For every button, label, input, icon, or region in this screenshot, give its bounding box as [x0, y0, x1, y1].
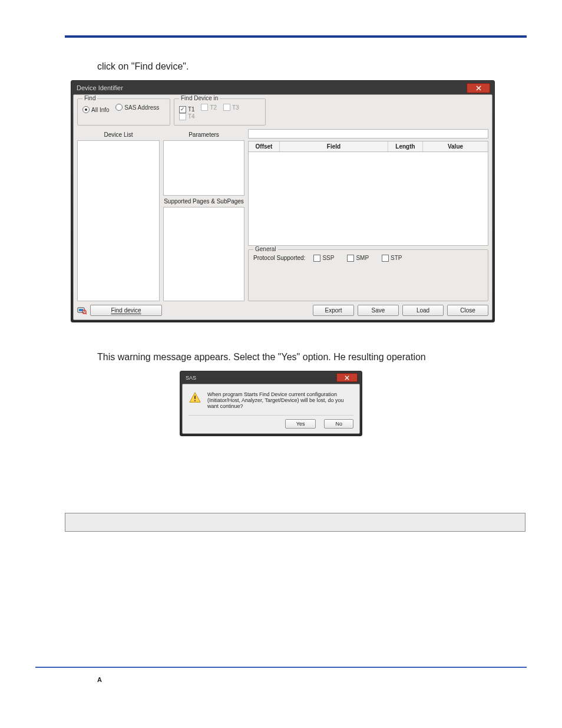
checkbox-t3-label: T3 — [232, 104, 239, 111]
checkbox-ssp-label: SSP — [322, 255, 334, 261]
supported-pages-box[interactable] — [163, 207, 244, 301]
checkbox-t4-label: T4 — [188, 113, 195, 120]
page-bottom-rule — [35, 667, 527, 668]
parameters-box[interactable] — [163, 140, 244, 196]
protocol-supported-label: Protocol Supported: — [253, 255, 305, 261]
parameters-header: Parameters — [163, 129, 244, 140]
checkbox-stp-label: STP — [391, 255, 402, 261]
find-device-in-groupbox: Find Device in ✓T1 T2 T3 T4 — [174, 98, 266, 126]
general-group-label: General — [253, 246, 278, 252]
general-groupbox: General Protocol Supported: SSP SMP STP — [248, 249, 488, 301]
checkbox-t4: T4 — [179, 113, 195, 120]
page-footer-letter: A — [97, 676, 102, 683]
data-table-body[interactable] — [248, 152, 488, 246]
data-table-header: Offset Field Length Value — [248, 141, 488, 152]
load-button[interactable]: Load — [402, 305, 444, 316]
close-button[interactable]: Close — [447, 305, 488, 316]
instruction-text-1: click on "Find device". — [97, 61, 527, 72]
radio-sas-address[interactable]: SAS Address — [115, 104, 159, 111]
device-list-header: Device List — [77, 129, 160, 140]
checkbox-stp[interactable]: STP — [382, 255, 402, 262]
warning-titlebar: SAS — [182, 373, 360, 384]
checkbox-t1[interactable]: ✓T1 — [179, 106, 195, 113]
col-field: Field — [280, 141, 388, 151]
col-offset: Offset — [249, 141, 280, 151]
warning-title: SAS — [186, 375, 196, 381]
svg-line-3 — [85, 313, 87, 314]
supported-pages-header: Supported Pages & SubPages — [163, 196, 244, 207]
radio-sas-address-label: SAS Address — [124, 104, 159, 111]
col-value: Value — [423, 141, 488, 151]
checkbox-t3: T3 — [223, 104, 239, 111]
find-groupbox: Find All Info SAS Address — [77, 98, 170, 126]
checkbox-t2: T2 — [201, 104, 217, 111]
yes-button[interactable]: Yes — [285, 419, 316, 429]
page-top-rule — [65, 35, 527, 38]
dialog-titlebar: Device Identifier — [73, 83, 492, 94]
checkbox-smp-label: SMP — [356, 255, 369, 261]
save-button[interactable]: Save — [358, 305, 399, 316]
warning-close-icon[interactable] — [336, 373, 358, 382]
warning-message: When program Starts Find Device current … — [207, 391, 353, 409]
find-group-label: Find — [82, 95, 97, 101]
empty-table-placeholder — [65, 513, 525, 532]
close-icon[interactable] — [467, 83, 490, 93]
checkbox-t1-label: T1 — [188, 106, 195, 113]
svg-rect-5 — [194, 400, 196, 401]
svg-rect-4 — [194, 396, 196, 399]
warning-icon — [189, 391, 201, 404]
radio-all-info[interactable]: All Info — [82, 106, 110, 113]
find-device-icon — [77, 305, 87, 315]
instruction-text-2: This warning message appears. Select the… — [97, 352, 527, 363]
right-top-strip — [248, 129, 488, 139]
device-list-box[interactable] — [77, 140, 160, 301]
export-button[interactable]: Export — [313, 305, 354, 316]
no-button[interactable]: No — [324, 419, 353, 429]
find-device-button[interactable]: Find device — [90, 305, 162, 316]
checkbox-ssp[interactable]: SSP — [313, 255, 334, 262]
find-device-in-label: Find Device in — [179, 95, 220, 101]
dialog-title: Device Identifier — [77, 84, 123, 91]
device-identifier-dialog: Device Identifier Find All Info SAS Addr… — [71, 80, 495, 322]
warning-dialog: SAS When program Starts Find Device curr… — [180, 371, 362, 436]
checkbox-t2-label: T2 — [210, 104, 217, 111]
radio-all-info-label: All Info — [91, 107, 110, 113]
checkbox-smp[interactable]: SMP — [347, 255, 369, 262]
col-length: Length — [388, 141, 423, 151]
